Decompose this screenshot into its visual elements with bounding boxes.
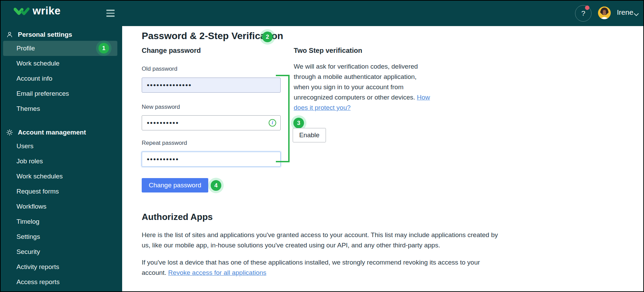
sidebar-item-label: Timelog [16, 218, 39, 225]
sidebar-item-workflows[interactable]: Workflows [1, 199, 122, 214]
step-badge-4: 4 [211, 180, 221, 191]
sidebar-item-label: Security [16, 248, 40, 256]
two-step-line: when you sign in to your account from [294, 82, 430, 92]
sidebar-item-profile[interactable]: Profile 1 [3, 41, 117, 56]
two-step-line: unrecognized computers or other devices.… [294, 92, 430, 103]
sidebar-item-label: Email preferences [16, 90, 69, 97]
sidebar-item-activity-reports[interactable]: Activity reports [1, 259, 122, 275]
main-content: Password & 2-Step Verification 2 Change … [122, 26, 643, 291]
sidebar-item-work-schedule[interactable]: Work schedule [1, 56, 122, 71]
sidebar-section-label: Account management [18, 129, 86, 136]
sidebar-item-label: Job roles [16, 157, 43, 165]
new-password-label: New password [142, 104, 180, 110]
paragraph-line: us, like our mobile app, in-house soluti… [142, 240, 498, 250]
sidebar-item-label: Work schedules [16, 173, 63, 180]
user-avatar[interactable] [598, 7, 611, 19]
old-password-label: Old password [142, 66, 177, 72]
sidebar-section-label: Personal settings [18, 31, 72, 38]
revoke-access-link[interactable]: Revoke access for all applications [168, 269, 266, 276]
authorized-apps-paragraph-1: Here is the list of sites and applicatio… [142, 230, 498, 250]
how-does-it-protect-link[interactable]: How [417, 94, 430, 101]
sidebar-item-label: Profile [16, 45, 35, 52]
wrike-logo-icon [14, 6, 30, 17]
authorized-apps-heading: Authorized Apps [142, 212, 213, 222]
top-bar: wrike ? Irene [1, 1, 643, 26]
paragraph-line: If you've lost a device that has one of … [142, 257, 480, 268]
help-button[interactable]: ? [575, 5, 592, 22]
chevron-down-icon[interactable] [634, 12, 639, 18]
gear-icon [6, 129, 13, 136]
two-step-line: through a mobile authenticator applicati… [294, 72, 430, 82]
user-name[interactable]: Irene [617, 8, 633, 16]
sidebar-item-account-info[interactable]: Account info [1, 71, 122, 86]
sidebar-item-label: Themes [16, 105, 40, 113]
two-step-heading: Two Step verification [294, 47, 362, 55]
sidebar-item-email-preferences[interactable]: Email preferences [1, 86, 122, 101]
sidebar-item-label: Access reports [16, 278, 60, 286]
old-password-input[interactable]: •••••••••••••• [142, 78, 281, 93]
sidebar-item-label: Users [16, 142, 34, 150]
sidebar-item-timelog[interactable]: Timelog [1, 214, 122, 229]
sidebar-item-security[interactable]: Security [1, 244, 122, 259]
wrike-logo: wrike [14, 5, 61, 17]
sidebar-item-label: Workflows [16, 203, 46, 210]
sidebar-spacer [1, 116, 122, 126]
sidebar-item-settings[interactable]: Settings [1, 229, 122, 244]
sidebar-section-personal-settings: Personal settings [1, 28, 122, 41]
wrike-logo-text: wrike [33, 5, 61, 17]
info-icon: i [269, 119, 276, 127]
sidebar-item-label: Request forms [16, 188, 59, 195]
sidebar-item-label: Activity reports [16, 263, 59, 271]
notification-dot [585, 5, 589, 10]
paragraph-line: Here is the list of sites and applicatio… [142, 230, 498, 240]
sidebar-item-label: Settings [16, 233, 40, 241]
paragraph-line: account. Revoke access for all applicati… [142, 268, 480, 278]
change-password-heading: Change password [142, 47, 201, 55]
sidebar-item-users[interactable]: Users [1, 139, 122, 154]
question-mark-icon: ? [581, 9, 585, 17]
sidebar-item-label: Work schedule [16, 60, 59, 67]
step-badge-1: 1 [98, 43, 109, 54]
sidebar-item-request-forms[interactable]: Request forms [1, 184, 122, 199]
sidebar-item-work-schedules[interactable]: Work schedules [1, 169, 122, 184]
password-fields-bracket [276, 75, 290, 162]
step-badge-3: 3 [293, 118, 304, 128]
how-does-it-protect-link[interactable]: does it protect you? [294, 104, 351, 111]
two-step-line: We will ask for verification codes, deli… [294, 61, 430, 72]
two-step-description: We will ask for verification codes, deli… [294, 61, 430, 113]
person-icon [6, 31, 13, 38]
authorized-apps-paragraph-2: If you've lost a device that has one of … [142, 257, 480, 278]
two-step-line-text: unrecognized computers or other devices. [294, 94, 417, 101]
sidebar-section-account-management: Account management [1, 126, 122, 139]
enable-two-step-button[interactable]: Enable [293, 128, 326, 142]
repeat-password-label: Repeat password [142, 140, 187, 147]
two-step-line: does it protect you? [294, 103, 430, 113]
sidebar-item-label: Account info [16, 75, 52, 82]
step-badge-2: 2 [262, 32, 273, 42]
paragraph-line-text: account. [142, 269, 168, 276]
repeat-password-input[interactable]: •••••••••• [142, 152, 281, 167]
wrike-settings-window: wrike ? Irene [0, 0, 644, 292]
new-password-input[interactable]: •••••••••• [142, 115, 281, 130]
settings-sidebar: Personal settings Profile 1 Work schedul… [1, 26, 122, 291]
change-password-button[interactable]: Change password [142, 178, 208, 192]
hamburger-menu-icon[interactable] [106, 10, 115, 19]
sidebar-item-job-roles[interactable]: Job roles [1, 154, 122, 169]
sidebar-item-access-reports[interactable]: Access reports [1, 275, 122, 290]
sidebar-item-themes[interactable]: Themes [1, 101, 122, 116]
